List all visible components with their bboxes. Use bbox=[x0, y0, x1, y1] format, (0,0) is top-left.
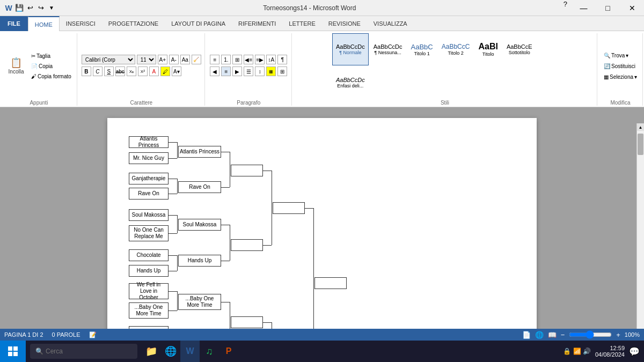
style-titolo[interactable]: AaBl Titolo bbox=[474, 33, 501, 65]
tab-home[interactable]: HOME bbox=[28, 16, 60, 32]
bold-button[interactable]: B bbox=[82, 67, 91, 76]
style-titolo2-preview: AaBbCcC bbox=[442, 43, 470, 50]
border-button[interactable]: ⊞ bbox=[277, 67, 287, 76]
superscript-button[interactable]: X² bbox=[138, 67, 148, 76]
italic-button[interactable]: C bbox=[93, 67, 103, 76]
styles-label: Stili bbox=[441, 100, 449, 106]
select-button[interactable]: ▦ Seleziona ▾ bbox=[602, 72, 639, 82]
tab-inserisci[interactable]: INSERISCI bbox=[60, 16, 102, 31]
help-icon[interactable]: ? bbox=[559, 0, 572, 16]
r1-conn-5 bbox=[169, 215, 177, 216]
layout-read-button[interactable]: 📖 bbox=[548, 331, 557, 339]
chrome-icon: 🌐 bbox=[165, 345, 177, 357]
underline-button[interactable]: S bbox=[104, 67, 114, 76]
clipboard-sub: ✂ Taglia 📄 Copia 🖌 Copia formato bbox=[29, 51, 74, 81]
r2-box-4: Hands Up bbox=[178, 255, 221, 267]
style-titolo1[interactable]: AaBbC Titolo 1 bbox=[407, 33, 437, 65]
taskbar-word-button[interactable]: W bbox=[180, 341, 200, 362]
paste-button[interactable]: 📋 Incolla bbox=[4, 56, 28, 77]
style-sottotitolo[interactable]: AaBbCcE Sottotitolo bbox=[503, 33, 536, 65]
align-left-button[interactable]: ◀ bbox=[210, 67, 219, 76]
align-right-button[interactable]: ▶ bbox=[232, 67, 242, 76]
line-spacing-button[interactable]: ↕ bbox=[255, 67, 265, 76]
style-normale[interactable]: AaBbCcDc ¶ Normale bbox=[332, 33, 369, 65]
cut-button[interactable]: ✂ Taglia bbox=[29, 51, 74, 61]
zoom-out-button[interactable]: − bbox=[561, 331, 565, 339]
numbering-button[interactable]: 1. bbox=[221, 55, 231, 64]
highlight-button[interactable]: 🖊 bbox=[160, 67, 170, 76]
font-size-select[interactable]: 11 bbox=[137, 55, 156, 64]
close-button[interactable]: ✕ bbox=[620, 0, 644, 16]
font-shrink-button[interactable]: A- bbox=[169, 55, 179, 64]
tab-progettazione[interactable]: PROGETTAZIONE bbox=[102, 16, 165, 31]
text-color-button[interactable]: A▾ bbox=[172, 67, 181, 76]
tab-lettere[interactable]: LETTERE bbox=[282, 16, 322, 31]
copy-button[interactable]: 📄 Copia bbox=[29, 61, 74, 71]
taskbar-chrome-button[interactable]: 🌐 bbox=[161, 341, 180, 362]
font-grow-button[interactable]: A+ bbox=[158, 55, 167, 64]
taskbar-powerpoint-button[interactable]: P bbox=[219, 341, 238, 362]
decrease-indent-button[interactable]: ◀≡ bbox=[244, 55, 253, 64]
minimize-button[interactable]: — bbox=[572, 0, 596, 16]
r1-box-2: Mr. Nice Guy bbox=[129, 152, 169, 164]
bracket: Atlantis Princess Mr. Nice Guy Atlantis … bbox=[129, 134, 504, 329]
zoom-level: 100% bbox=[625, 331, 640, 338]
r1-box-3: Ganjatherapie bbox=[129, 173, 169, 184]
font-color-button[interactable]: A bbox=[149, 67, 159, 76]
bullets-button[interactable]: ≡ bbox=[210, 55, 219, 64]
tab-riferimenti[interactable]: RIFERIMENTI bbox=[232, 16, 282, 31]
start-button[interactable] bbox=[0, 341, 26, 362]
font-name-select[interactable]: Calibri (Corp bbox=[82, 55, 135, 64]
tab-revisione[interactable]: REVISIONE bbox=[322, 16, 367, 31]
layout-print-button[interactable]: 📄 bbox=[522, 331, 531, 339]
increase-indent-button[interactable]: ≡▶ bbox=[255, 55, 265, 64]
align-center-button[interactable]: ≡ bbox=[221, 67, 231, 76]
find-button[interactable]: 🔍 Trova ▾ bbox=[602, 50, 639, 60]
strikethrough-button[interactable]: abc bbox=[115, 67, 125, 76]
doc-area[interactable]: Atlantis Princess Mr. Nice Guy Atlantis … bbox=[0, 107, 644, 329]
undo-icon[interactable]: ↩ bbox=[26, 4, 34, 12]
font-name-row: Calibri (Corp 11 A+ A- Aa 🧹 bbox=[82, 55, 201, 64]
customize-icon[interactable]: ▼ bbox=[47, 4, 56, 12]
tab-layout[interactable]: LAYOUT DI PAGINA bbox=[165, 16, 232, 31]
find-dropdown-icon: ▾ bbox=[626, 53, 628, 58]
multilevel-button[interactable]: ⊞ bbox=[232, 55, 242, 64]
zoom-slider[interactable] bbox=[569, 330, 612, 339]
save-icon[interactable]: 💾 bbox=[15, 4, 24, 12]
search-input[interactable] bbox=[46, 348, 126, 355]
show-para-button[interactable]: ¶ bbox=[277, 55, 287, 64]
zoom-in-button[interactable]: + bbox=[616, 331, 620, 339]
taskbar-files-button[interactable]: 📁 bbox=[142, 341, 161, 362]
fill-color-button[interactable]: ▦ bbox=[266, 67, 276, 76]
final-box bbox=[314, 277, 347, 289]
proofread-icon[interactable]: 📝 bbox=[89, 331, 97, 338]
notifications-icon[interactable]: 💬 bbox=[629, 346, 640, 357]
taskbar-search[interactable]: 🔍 bbox=[30, 344, 137, 359]
taskbar-spotify-button[interactable]: ♫ bbox=[200, 341, 219, 362]
vscroll-thumb[interactable] bbox=[638, 134, 643, 155]
redo-icon[interactable]: ↪ bbox=[36, 4, 45, 12]
vscroll[interactable]: ▲ ▼ bbox=[636, 123, 644, 329]
tab-visualizza[interactable]: VISUALIZZA bbox=[367, 16, 414, 31]
doc-wrapper: Atlantis Princess Mr. Nice Guy Atlantis … bbox=[0, 107, 644, 329]
taskbar-right: 🔒 📶 🔊 12:59 04/08/2024 💬 bbox=[563, 345, 644, 358]
cut-icon: ✂ bbox=[31, 53, 35, 59]
layout-web-button[interactable]: 🌐 bbox=[535, 331, 544, 339]
clear-format-button[interactable]: 🧹 bbox=[192, 55, 201, 64]
subscript-button[interactable]: X₂ bbox=[127, 67, 136, 76]
tab-file[interactable]: FILE bbox=[0, 16, 28, 31]
sort-button[interactable]: ↕A bbox=[266, 55, 276, 64]
r4-v-1 bbox=[313, 208, 314, 329]
style-nessuna[interactable]: AaBbCcDc ¶ Nessuna... bbox=[370, 33, 406, 65]
replace-button[interactable]: 🔄 Sostituisci bbox=[602, 61, 639, 71]
justify-button[interactable]: ☰ bbox=[244, 67, 253, 76]
style-enfasi[interactable]: AaBbCcDc Enfasi deli... bbox=[332, 67, 369, 99]
vscroll-up-button[interactable]: ▲ bbox=[637, 123, 644, 131]
style-titolo2[interactable]: AaBbCcC Titolo 2 bbox=[438, 33, 474, 65]
format-button[interactable]: 🖌 Copia formato bbox=[29, 71, 74, 81]
maximize-button[interactable]: □ bbox=[596, 0, 620, 16]
r1-conn-9 bbox=[169, 291, 177, 292]
vscroll-track[interactable] bbox=[637, 131, 644, 329]
paragraph-label: Paragrafo bbox=[237, 100, 260, 106]
font-case-button[interactable]: Aa bbox=[180, 55, 190, 64]
